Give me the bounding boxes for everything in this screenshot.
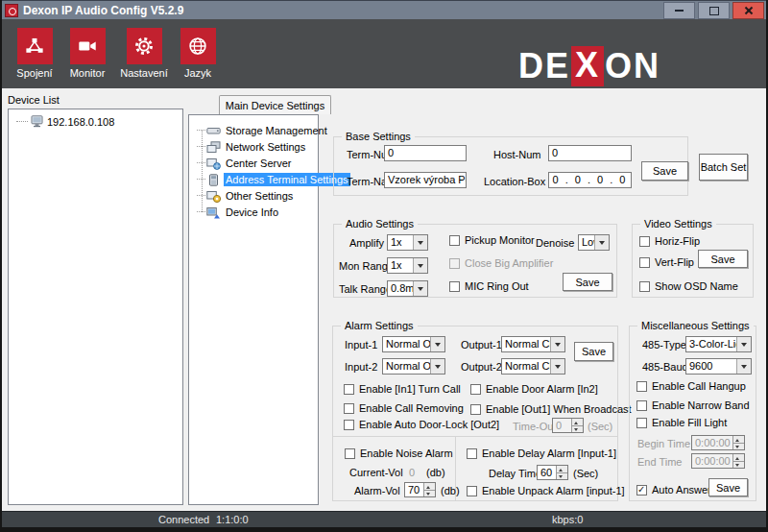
chevron-down-icon[interactable] xyxy=(413,281,427,296)
chevron-down-icon[interactable] xyxy=(550,359,564,374)
term-name-field[interactable]: Vzorek výroba PoE + a xyxy=(384,172,467,188)
checkbox-label: Enable Door Alarm [In2] xyxy=(486,383,598,395)
tree-item-storage-management[interactable]: Storage Management xyxy=(197,123,329,138)
toolbar-item-nastaveni[interactable]: Nastavení xyxy=(115,28,173,79)
tree-item-address-terminal-settings[interactable]: Address Terminal Settings xyxy=(197,172,350,187)
enable-fill-light-checkbox[interactable]: Enable Fill Light xyxy=(636,417,727,428)
enable-auto-door-lock-checkbox[interactable]: Enable Auto Door-Lock [Out2] xyxy=(344,419,499,430)
enable-call-removing-checkbox[interactable]: Enable Call Removing xyxy=(344,402,464,414)
checkbox-box[interactable] xyxy=(344,384,354,395)
enable-call-hangup-checkbox[interactable]: Enable Call Hangup xyxy=(636,380,746,392)
checkbox-box[interactable] xyxy=(449,235,460,246)
checkbox-box[interactable] xyxy=(639,236,650,247)
checkbox-box[interactable] xyxy=(639,257,650,268)
checkbox-label: Close Big Amplifier xyxy=(465,257,553,269)
enable-door-alarm-checkbox[interactable]: Enable Door Alarm [In2] xyxy=(470,383,598,395)
checkbox-label: Vert-Flip xyxy=(655,256,694,268)
tree-item-network-settings[interactable]: Network Settings xyxy=(197,139,307,155)
monitor-button[interactable] xyxy=(70,28,106,64)
chevron-down-icon[interactable] xyxy=(594,235,609,250)
misc-save-button[interactable]: Save xyxy=(708,478,748,496)
chevron-down-icon[interactable] xyxy=(550,337,564,351)
checkbox-box[interactable] xyxy=(345,448,355,459)
delay-time-stepper[interactable]: 60 xyxy=(537,465,568,480)
enable-delay-alarm-checkbox[interactable]: Enable Delay Alarm [Input-1] xyxy=(467,447,616,459)
485-baud-select[interactable]: 9600 xyxy=(685,358,752,375)
current-vol-value: 0 xyxy=(409,467,415,479)
location-box-ip-field[interactable]: 0 . 0 . 0 . 0 xyxy=(548,172,632,188)
show-osd-name-checkbox[interactable]: Show OSD Name xyxy=(639,280,738,292)
base-save-button[interactable]: Save xyxy=(641,161,688,181)
pickup-monitor-checkbox[interactable]: Pickup Monitor xyxy=(449,234,535,246)
mon-range-select[interactable]: 1x xyxy=(387,257,428,274)
settings-tree[interactable]: Storage Management Network Settings Cent… xyxy=(188,114,319,505)
device-list[interactable]: 192.168.0.108 xyxy=(8,109,183,505)
stepper-arrows[interactable] xyxy=(423,483,435,496)
stepper-arrows[interactable] xyxy=(556,466,567,479)
chevron-down-icon[interactable] xyxy=(413,258,427,273)
input2-select[interactable]: Normal Open xyxy=(382,358,445,375)
minimize-button[interactable] xyxy=(663,2,695,19)
485-type-select[interactable]: 3-Color-Light xyxy=(685,336,752,352)
output2-select[interactable]: Normal Close xyxy=(501,358,565,375)
network-settings-icon xyxy=(206,141,221,154)
settings-button[interactable] xyxy=(127,28,162,64)
horiz-flip-checkbox[interactable]: Horiz-Flip xyxy=(639,235,700,247)
output1-select[interactable]: Normal Close xyxy=(501,336,565,352)
enable-unpack-alarm-checkbox[interactable]: Enable Unpack Alarm [input-1] xyxy=(467,485,625,496)
enable-out1-broadcast-checkbox[interactable]: Enable [Out1] When Broadcast xyxy=(470,403,632,415)
checkbox-box[interactable] xyxy=(636,400,647,411)
talk-range-select[interactable]: 0.8m xyxy=(387,280,428,297)
connection-button[interactable] xyxy=(17,28,53,64)
checkbox-box[interactable] xyxy=(467,448,477,459)
toolbar-item-spojeni[interactable]: Spojení xyxy=(6,28,63,79)
checkbox-box[interactable] xyxy=(344,420,354,430)
checkbox-box[interactable] xyxy=(467,486,477,496)
denoise-select[interactable]: Low xyxy=(578,234,610,251)
auto-answer-checkbox[interactable]: Auto Answer xyxy=(636,484,711,496)
checkbox-box[interactable] xyxy=(639,281,650,292)
tree-item-other-settings[interactable]: Other Settings xyxy=(197,188,295,204)
chevron-down-icon[interactable] xyxy=(430,359,444,374)
amplify-select[interactable]: 1x xyxy=(387,234,428,251)
checkbox-box[interactable] xyxy=(636,381,647,392)
tree-item-device-info[interactable]: Device Info xyxy=(197,205,280,220)
audio-save-button[interactable]: Save xyxy=(563,273,612,291)
video-save-button[interactable]: Save xyxy=(698,250,748,268)
alarm-vol-stepper[interactable]: 70 xyxy=(404,482,436,497)
tree-item-center-server[interactable]: Center Server xyxy=(197,156,293,171)
maximize-button[interactable] xyxy=(698,2,730,19)
chevron-down-icon[interactable] xyxy=(736,337,751,351)
alarm-save-button[interactable]: Save xyxy=(574,342,613,361)
checkbox-box[interactable] xyxy=(636,485,647,496)
end-time-stepper: 0:00:00 xyxy=(691,453,745,469)
batch-set-button[interactable]: Batch Set xyxy=(699,154,748,181)
checkbox-box[interactable] xyxy=(470,384,481,395)
chevron-down-icon[interactable] xyxy=(736,359,751,374)
toolbar-item-monitor[interactable]: Monitor xyxy=(59,28,116,79)
checkbox-box[interactable] xyxy=(344,403,354,414)
input1-select[interactable]: Normal Open xyxy=(382,336,445,352)
chevron-down-icon[interactable] xyxy=(413,235,427,250)
close-button[interactable] xyxy=(732,2,764,19)
device-list-item[interactable]: 192.168.0.108 xyxy=(16,115,114,128)
language-button[interactable] xyxy=(180,28,216,64)
checkbox-box[interactable] xyxy=(449,281,460,292)
connection-counters: 1:1:0:0 xyxy=(216,514,249,525)
enable-narrow-band-checkbox[interactable]: Enable Narrow Band xyxy=(636,399,750,411)
network-icon xyxy=(24,36,45,57)
tab-main-device-settings[interactable]: Main Device Settings xyxy=(219,95,331,114)
toolbar-item-jazyk[interactable]: Jazyk xyxy=(169,28,227,79)
mic-ring-out-checkbox[interactable]: MIC Ring Out xyxy=(449,280,529,292)
stepper-down-icon[interactable] xyxy=(557,472,567,480)
enable-noise-alarm-checkbox[interactable]: Enable Noise Alarm xyxy=(345,447,453,459)
term-num-field[interactable]: 0 xyxy=(384,145,467,161)
host-num-field[interactable]: 0 xyxy=(548,145,632,161)
enable-in1-turn-call-checkbox[interactable]: Enable [In1] Turn Call xyxy=(344,383,461,395)
checkbox-box[interactable] xyxy=(636,418,647,428)
stepper-down-icon[interactable] xyxy=(424,490,435,497)
device-ip-label: 192.168.0.108 xyxy=(47,116,114,128)
checkbox-box[interactable] xyxy=(470,404,481,415)
chevron-down-icon[interactable] xyxy=(430,337,444,351)
vert-flip-checkbox[interactable]: Vert-Flip xyxy=(639,256,694,268)
